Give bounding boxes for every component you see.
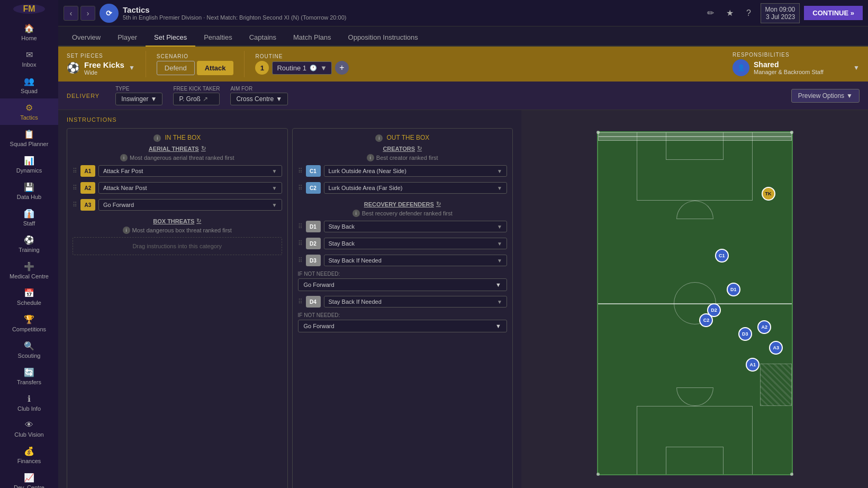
a2-select[interactable]: Attack Near Post ▼ — [98, 182, 282, 194]
attack-button[interactable]: Attack — [197, 61, 234, 75]
aerial-threats-refresh-icon[interactable]: ↻ — [201, 145, 206, 152]
recovery-refresh-icon[interactable]: ↻ — [436, 201, 441, 207]
player-c1: C1 — [715, 249, 729, 263]
creators-section: CREATORS ↻ i Best creator ranked first ⠿… — [298, 145, 508, 195]
go-forward-1-select[interactable]: Go Forward ▼ — [298, 278, 508, 291]
content-area: SET PIECES ⚽ Free Kicks Wide ▼ SCENARIO … — [58, 47, 868, 488]
defend-button[interactable]: Defend — [157, 61, 195, 75]
aerial-a1-row: ⠿ A1 Attack Far Post ▼ — [73, 164, 282, 178]
tab-opposition-instructions[interactable]: Opposition Instructions — [340, 29, 427, 47]
d2-drag-handle[interactable]: ⠿ — [298, 240, 303, 247]
in-the-box-info-icon[interactable]: i — [153, 134, 161, 142]
d1-select[interactable]: Stay Back ▼ — [324, 221, 508, 232]
tab-captains[interactable]: Captains — [241, 29, 285, 47]
pitch: TK A1 A2 A3 C1 C2 D1 D2 D3 — [597, 131, 793, 475]
if-not-needed-1-label: IF NOT NEEDED: — [298, 271, 508, 277]
sidebar-item-club-info[interactable]: ℹ Club Info — [0, 390, 58, 416]
d4-drag-handle[interactable]: ⠿ — [298, 298, 303, 305]
sidebar-item-scouting[interactable]: 🔍 Scouting — [0, 337, 58, 363]
sidebar-item-label: Training — [19, 247, 39, 253]
d1-drag-handle[interactable]: ⠿ — [298, 223, 303, 230]
scenario-label: SCENARIO — [157, 53, 234, 59]
creator-c2-row: ⠿ C2 Lurk Outside Area (Far Side) ▼ — [298, 180, 508, 195]
c1-drag-handle[interactable]: ⠿ — [298, 167, 303, 175]
go-forward-2-select[interactable]: Go Forward ▼ — [298, 320, 508, 332]
sidebar-item-training[interactable]: ⚽ Training — [0, 231, 58, 257]
type-dropdown-icon: ▼ — [151, 95, 157, 103]
corner-flag-tl — [596, 131, 600, 134]
edit-icon[interactable]: ✏ — [703, 6, 718, 21]
continue-button[interactable]: CONTINUE » — [804, 6, 863, 20]
finances-icon: 💰 — [24, 446, 34, 456]
tab-set-pieces[interactable]: Set Pieces — [146, 29, 195, 47]
a3-select[interactable]: Go Forward ▼ — [98, 199, 282, 211]
nav-forward-button[interactable]: › — [80, 6, 95, 21]
squad-icon: 👥 — [24, 76, 34, 86]
sidebar-item-transfers[interactable]: 🔄 Transfers — [0, 363, 58, 390]
sidebar-item-squad-planner[interactable]: 📋 Squad Planner — [0, 125, 58, 151]
tab-penalties[interactable]: Penalties — [195, 29, 240, 47]
recovery-note: i Best recovery defender ranked first — [298, 210, 508, 217]
page-subtitle: 5th in English Premier Division · Next M… — [123, 14, 699, 21]
player-a2: A2 — [757, 320, 771, 334]
pitch-area: TK A1 A2 A3 C1 C2 D1 D2 D3 — [521, 110, 868, 488]
sidebar-item-home[interactable]: 🏠 Home — [0, 19, 58, 46]
creators-refresh-icon[interactable]: ↻ — [417, 145, 422, 152]
d-arc-top — [676, 201, 713, 219]
a2-drag-handle[interactable]: ⠿ — [73, 184, 77, 192]
resp-label: RESPONSIBILITIES — [733, 52, 860, 58]
c2-select[interactable]: Lurk Outside Area (Far Side) ▼ — [324, 182, 508, 194]
out-the-box-info-icon[interactable]: i — [375, 134, 383, 142]
a3-dropdown-icon: ▼ — [272, 202, 277, 208]
taker-external-icon: ↗ — [203, 95, 208, 103]
help-icon[interactable]: ? — [742, 6, 756, 21]
defender-d2-row: ⠿ D2 Stay Back ▼ — [298, 236, 508, 251]
sidebar-item-label: Staff — [23, 220, 35, 227]
player-tk: TK — [762, 187, 775, 201]
routine-select[interactable]: Routine 1 🕐 ▼ — [272, 61, 332, 75]
tab-overview[interactable]: Overview — [64, 29, 109, 47]
c1-select[interactable]: Lurk Outside Area (Near Side) ▼ — [324, 165, 508, 177]
aim-label: AIM FOR — [230, 86, 288, 92]
squad-planner-icon: 📋 — [24, 129, 34, 139]
header-divider-1 — [146, 51, 146, 77]
sidebar-item-staff[interactable]: 👔 Staff — [0, 204, 58, 231]
sidebar-item-club-vision[interactable]: 👁 Club Vision — [0, 416, 58, 442]
preview-options-button[interactable]: Preview Options ▼ — [791, 89, 860, 103]
sidebar-item-data-hub[interactable]: 💾 Data Hub — [0, 178, 58, 204]
sidebar-item-inbox[interactable]: ✉ Inbox — [0, 46, 58, 72]
routine-controls: 1 Routine 1 🕐 ▼ + — [255, 61, 349, 75]
sidebar-item-schedule[interactable]: 📅 Schedule — [0, 284, 58, 310]
nav-back-button[interactable]: ‹ — [64, 6, 78, 21]
d2-select[interactable]: Stay Back ▼ — [324, 238, 508, 249]
add-routine-button[interactable]: + — [335, 61, 349, 75]
a1-drag-handle[interactable]: ⠿ — [73, 167, 77, 175]
set-pieces-dropdown-icon[interactable]: ▼ — [129, 64, 135, 71]
sidebar-item-medical[interactable]: ➕ Medical Centre — [0, 257, 58, 284]
tab-match-plans[interactable]: Match Plans — [285, 29, 340, 47]
d4-select[interactable]: Stay Back If Needed ▼ — [324, 296, 508, 308]
defender-d4-row: ⠿ D4 Stay Back If Needed ▼ — [298, 294, 508, 309]
star-icon[interactable]: ★ — [722, 6, 737, 21]
taker-value[interactable]: P. Groß ↗ — [173, 93, 220, 105]
tab-player[interactable]: Player — [109, 29, 146, 47]
d3-select[interactable]: Stay Back If Needed ▼ — [324, 255, 508, 266]
sidebar-item-tactics[interactable]: ⚙ Tactics — [0, 98, 58, 125]
c2-drag-handle[interactable]: ⠿ — [298, 184, 303, 192]
sidebar-item-finances[interactable]: 💰 Finances — [0, 442, 58, 468]
sidebar-item-squad[interactable]: 👥 Squad — [0, 72, 58, 98]
preview-dropdown-icon: ▼ — [846, 92, 853, 100]
type-select[interactable]: Inswinger ▼ — [115, 93, 162, 105]
a3-drag-handle[interactable]: ⠿ — [73, 201, 77, 209]
recovery-defenders-section: RECOVERY DEFENDERS ↻ i Best recovery def… — [298, 201, 508, 332]
sidebar-item-competitions[interactable]: 🏆 Competitions — [0, 310, 58, 337]
resp-dropdown-icon[interactable]: ▼ — [853, 64, 860, 71]
sidebar-item-label: Medical Centre — [10, 273, 49, 279]
box-threats-refresh-icon[interactable]: ↻ — [196, 218, 201, 224]
a1-select[interactable]: Attack Far Post ▼ — [98, 165, 282, 177]
sidebar-item-dev-centre[interactable]: 📈 Dev. Centre — [0, 468, 58, 488]
aim-select[interactable]: Cross Centre ▼ — [230, 93, 288, 105]
sidebar-item-label: Transfers — [17, 379, 41, 385]
d3-drag-handle[interactable]: ⠿ — [298, 257, 303, 264]
sidebar-item-dynamics[interactable]: 📊 Dynamics — [0, 151, 58, 178]
